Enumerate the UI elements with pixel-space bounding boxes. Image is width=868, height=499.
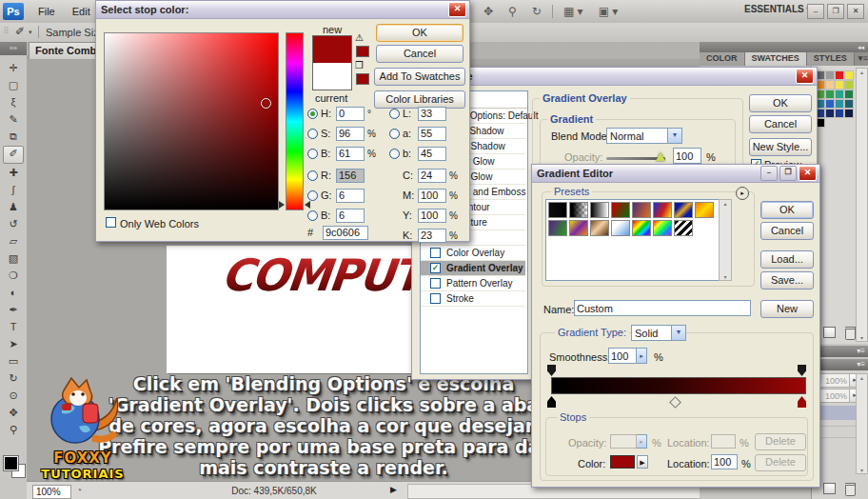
gradient-preset-black-white[interactable] — [590, 202, 609, 218]
status-menu-arrow[interactable]: ▶ — [390, 485, 397, 494]
ok-button[interactable]: OK — [760, 201, 814, 219]
screen-mode-icon[interactable]: ▣ ▾ — [591, 5, 626, 18]
color-swatch[interactable] — [825, 80, 835, 90]
load-button[interactable]: Load... — [760, 250, 814, 269]
tool-clone-stamp[interactable]: ♟ — [4, 199, 23, 215]
gradient-preset-orange-yellow-orange[interactable] — [695, 202, 714, 218]
value-field-c[interactable]: 24 — [418, 169, 446, 183]
color-swatch[interactable] — [835, 99, 844, 109]
color-location-field[interactable]: 100 — [711, 454, 738, 469]
radio-b[interactable] — [389, 149, 400, 159]
new-layer-icon[interactable] — [823, 483, 836, 494]
rotate-view-tool-icon[interactable]: ↻ — [524, 5, 549, 18]
color-swatch[interactable] — [825, 70, 835, 80]
color-swatch[interactable] — [844, 80, 854, 90]
zoom-tool-icon[interactable]: ⚲ — [501, 5, 524, 18]
style-item-pattern-overlay[interactable]: Pattern Overlay — [421, 276, 525, 291]
close-icon[interactable]: ✕ — [799, 166, 817, 181]
menu-file[interactable]: File — [30, 1, 64, 23]
style-checkbox[interactable] — [430, 248, 441, 258]
tool-zoom[interactable]: ⚲ — [4, 422, 23, 438]
value-field-a[interactable]: 55 — [418, 127, 446, 141]
stop-color-swatch[interactable] — [610, 455, 635, 469]
tool-brush[interactable]: ∫ — [4, 182, 23, 198]
value-field-y[interactable]: 100 — [418, 209, 446, 223]
tool-blur[interactable]: ❍ — [4, 268, 23, 284]
panel-tab-color[interactable]: COLOR — [700, 52, 745, 66]
tool-hand[interactable]: ✥ — [4, 405, 23, 421]
swatches-scrollbar[interactable]: ▴▾ — [856, 68, 868, 342]
trash-icon[interactable] — [845, 327, 856, 340]
gradient-preset-copper[interactable] — [590, 220, 609, 236]
value-field-m[interactable]: 100 — [418, 189, 446, 203]
style-item-stroke[interactable]: Stroke — [421, 291, 525, 307]
gradient-preset-blue-yellow-blue[interactable] — [674, 202, 693, 218]
color-swatch[interactable] — [825, 90, 835, 99]
new-swatch-icon[interactable] — [823, 327, 836, 338]
arrange-documents-icon[interactable]: ▦ ▾ — [556, 5, 591, 18]
value-field-b[interactable]: 45 — [418, 147, 446, 161]
panel-tab-swatches[interactable]: SWATCHES — [745, 52, 807, 66]
stop-color-menu-icon[interactable]: ▶ — [637, 455, 648, 469]
opacity-value-field[interactable]: 100 — [673, 148, 701, 164]
gradient-preset-blue-red-yellow[interactable] — [653, 202, 672, 218]
cancel-button[interactable]: Cancel — [760, 222, 814, 240]
color-swatch[interactable] — [835, 90, 844, 99]
cancel-button[interactable]: Cancel — [749, 115, 812, 133]
trash-icon[interactable] — [845, 483, 856, 496]
gradient-preview-bar[interactable] — [551, 377, 806, 394]
foreground-color-swatch[interactable] — [4, 456, 18, 470]
tool-3d-rotate[interactable]: ↻ — [4, 370, 23, 387]
new-button[interactable]: New — [760, 300, 814, 318]
layer-opacity-field[interactable]: 100%▸ — [817, 373, 860, 388]
gradient-preset-transparent-rainbow[interactable] — [653, 220, 672, 236]
smoothness-field[interactable]: 100 — [608, 348, 637, 364]
color-swatch[interactable] — [844, 109, 854, 118]
value-field-l[interactable]: 33 — [418, 107, 446, 121]
layer-fill-field[interactable]: 100%▸ — [817, 389, 860, 403]
gradient-preset-white-blue[interactable] — [611, 220, 630, 236]
tool-crop[interactable]: ⧉ — [4, 129, 23, 145]
tool-rectangular-marquee[interactable]: ▢ — [4, 77, 23, 93]
style-item-color-overlay[interactable]: Color Overlay — [421, 246, 525, 261]
tools-panel-header[interactable]: »» — [0, 42, 27, 55]
only-web-colors-checkbox[interactable] — [106, 217, 116, 228]
tool-history-brush[interactable]: ↺ — [4, 216, 23, 232]
style-checkbox[interactable]: ✓ — [430, 263, 441, 273]
gradient-preset-red-green[interactable] — [611, 202, 630, 218]
gradient-type-select[interactable]: Solid▼ — [631, 325, 686, 341]
close-button[interactable]: ✕ — [847, 4, 864, 19]
tool-eraser[interactable]: ▱ — [4, 233, 23, 250]
tool-lasso[interactable]: ξ — [4, 94, 23, 110]
tool-eyedropper[interactable]: ✐ — [3, 146, 24, 164]
gradient-preset-foreground-to-background[interactable] — [548, 202, 567, 218]
workspace-switcher[interactable]: ESSENTIALS ▾ — [744, 4, 812, 14]
value-field-k[interactable]: 23 — [418, 229, 446, 243]
radio-a[interactable] — [389, 129, 400, 139]
close-icon[interactable]: ✕ — [796, 69, 814, 84]
minimize-icon[interactable]: – — [760, 166, 778, 181]
gradient-preset-foreground-to-transparent[interactable] — [569, 202, 588, 218]
tool-dodge[interactable]: ◐ — [4, 285, 23, 301]
ok-button[interactable]: OK — [749, 94, 812, 112]
drag-handle[interactable]: ⁞⁞ — [4, 26, 9, 35]
minimize-button[interactable]: – — [807, 4, 824, 19]
layer-style-titlebar[interactable]: Layer Style ✕ — [412, 68, 817, 86]
color-swatch[interactable] — [835, 80, 844, 90]
maximize-icon[interactable]: ❐ — [779, 166, 797, 181]
tool-quick-selection[interactable]: ✎ — [4, 111, 23, 128]
tool-pen[interactable]: ✒ — [4, 302, 23, 318]
style-checkbox[interactable] — [430, 278, 441, 289]
tool-move[interactable]: ✛ — [4, 60, 23, 76]
eyedropper-icon[interactable]: ✐ — [15, 25, 25, 38]
gradient-preset-transparent-stripes[interactable] — [674, 220, 693, 236]
color-swatch[interactable] — [844, 90, 854, 99]
color-swatch[interactable] — [835, 109, 844, 118]
color-swatch[interactable] — [825, 99, 835, 109]
tool-gradient[interactable]: ▧ — [4, 250, 23, 267]
gradient-preset-violet-orange[interactable] — [632, 202, 651, 218]
dock-collapse-bar[interactable]: ◂◂ — [700, 42, 868, 52]
gradient-preset-spectrum[interactable] — [632, 220, 651, 236]
save-button[interactable]: Save... — [760, 271, 814, 289]
gradient-name-field[interactable]: Custom — [574, 300, 751, 316]
